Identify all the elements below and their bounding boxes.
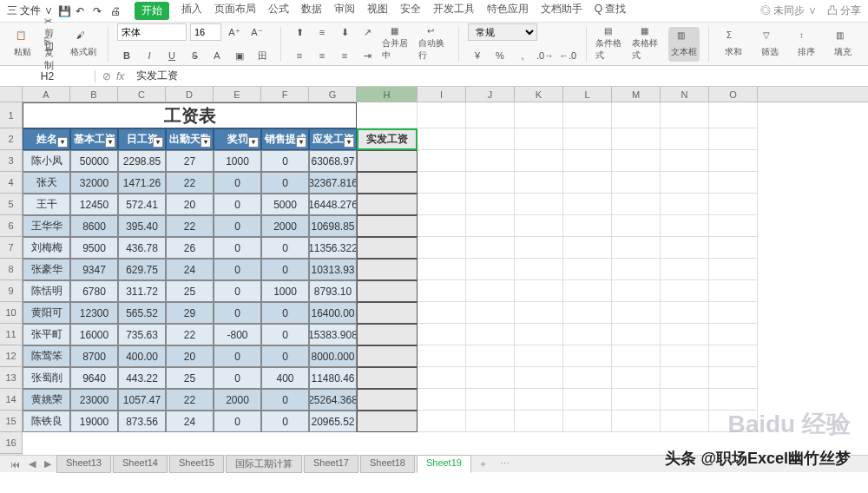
cell-blank[interactable] — [612, 237, 661, 259]
cell-blank[interactable] — [418, 237, 466, 259]
cell-blank[interactable] — [709, 237, 758, 259]
cell-blank[interactable] — [515, 345, 563, 367]
cell-blank[interactable] — [515, 389, 563, 411]
cell-H[interactable] — [357, 237, 418, 259]
data-cell[interactable]: 32000 — [70, 172, 118, 194]
row-header-14[interactable]: 14 — [0, 389, 22, 411]
cell-blank[interactable] — [466, 302, 515, 324]
data-cell[interactable]: 12300 — [70, 302, 118, 324]
sheet-tab[interactable]: Sheet18 — [360, 455, 415, 473]
indent-icon[interactable]: ⇥ — [358, 47, 377, 64]
merge-button[interactable]: ▦合并居中 — [382, 27, 413, 62]
data-cell[interactable]: 12450 — [70, 194, 118, 215]
cell-blank[interactable] — [418, 215, 466, 237]
cell-style-button[interactable]: ▦表格样式 — [632, 27, 663, 62]
comma-icon[interactable]: , — [513, 47, 532, 64]
cell-blank[interactable] — [661, 259, 709, 280]
data-cell[interactable]: 0 — [214, 367, 261, 389]
cell-blank[interactable] — [563, 259, 612, 280]
col-header-D[interactable]: D — [166, 87, 214, 102]
cell-blank[interactable] — [661, 128, 709, 150]
cell-blank[interactable] — [466, 150, 515, 172]
cell-blank[interactable] — [709, 172, 758, 194]
tab-dev[interactable]: 开发工具 — [433, 2, 475, 20]
row-header-5[interactable]: 5 — [0, 194, 22, 215]
tab-layout[interactable]: 页面布局 — [214, 2, 256, 20]
data-cell[interactable]: 8793.10 — [309, 280, 357, 302]
cell-blank[interactable] — [709, 324, 758, 345]
cell-H[interactable] — [357, 215, 418, 237]
row-header-11[interactable]: 11 — [0, 324, 22, 345]
col-header-M[interactable]: M — [612, 87, 661, 102]
italic-icon[interactable]: I — [140, 47, 159, 64]
cell-blank[interactable] — [612, 324, 661, 345]
cell-blank[interactable] — [515, 280, 563, 302]
cell-blank[interactable] — [563, 324, 612, 345]
sheet-list-icon[interactable]: ⋯ — [495, 458, 515, 470]
filter-button[interactable]: ▽筛选 — [754, 27, 786, 62]
data-cell[interactable]: 15383.908 — [309, 324, 357, 345]
fill-color-icon[interactable]: ▣ — [230, 47, 249, 64]
cell-blank[interactable] — [466, 102, 515, 128]
data-cell[interactable]: 陈铁良 — [23, 411, 70, 432]
data-cell[interactable]: 张豪华 — [23, 259, 70, 280]
percent-icon[interactable]: % — [490, 47, 510, 64]
cell-blank[interactable] — [661, 280, 709, 302]
col-header-C[interactable]: C — [118, 87, 166, 102]
col-header-H[interactable]: H — [357, 87, 418, 102]
cell-blank[interactable] — [418, 172, 466, 194]
data-cell[interactable]: 26 — [166, 237, 214, 259]
data-cell[interactable]: 10698.85 — [309, 215, 357, 237]
cells-area[interactable]: 工资表姓名▾基本工资▾日工资▾出勤天数▾奖罚▾销售提成▾应发工资▾实发工资陈小凤… — [23, 102, 868, 469]
data-cell[interactable]: 11480.46 — [309, 367, 357, 389]
data-cell[interactable]: 0 — [214, 280, 261, 302]
row-header-3[interactable]: 3 — [0, 150, 22, 172]
cell-blank[interactable] — [661, 302, 709, 324]
cell-blank[interactable] — [515, 411, 563, 432]
cell-blank[interactable] — [466, 367, 515, 389]
table-header[interactable]: 姓名▾ — [23, 128, 70, 150]
data-cell[interactable]: 刘梅梅 — [23, 237, 70, 259]
cell-blank[interactable] — [612, 102, 661, 128]
col-header-I[interactable]: I — [418, 87, 466, 102]
cell-blank[interactable] — [515, 215, 563, 237]
align-mid-icon[interactable]: ≡ — [312, 23, 332, 41]
data-cell[interactable]: 0 — [214, 237, 261, 259]
table-header[interactable]: 应发工资▾ — [309, 128, 357, 150]
cell-blank[interactable] — [709, 280, 758, 302]
data-cell[interactable]: 63068.97 — [309, 150, 357, 172]
filter-dropdown-icon[interactable]: ▾ — [153, 137, 163, 148]
col-header-G[interactable]: G — [309, 87, 357, 102]
cell-blank[interactable] — [661, 345, 709, 367]
data-cell[interactable]: 443.22 — [118, 367, 166, 389]
data-cell[interactable]: 2000 — [214, 389, 261, 411]
tab-security[interactable]: 安全 — [400, 2, 421, 20]
data-cell[interactable]: 23000 — [70, 389, 118, 411]
cell-blank[interactable] — [709, 150, 758, 172]
align-left-icon[interactable]: ≡ — [290, 47, 309, 64]
filter-dropdown-icon[interactable]: ▾ — [344, 137, 354, 148]
cell-blank[interactable] — [612, 367, 661, 389]
cell-blank[interactable] — [466, 194, 515, 215]
cell-blank[interactable] — [418, 367, 466, 389]
cell-H2-selected[interactable]: 实发工资 — [357, 128, 418, 150]
copy-button[interactable]: ⎘ 复制 — [43, 45, 62, 62]
data-cell[interactable]: 572.41 — [118, 194, 166, 215]
cell-blank[interactable] — [612, 215, 661, 237]
cell-blank[interactable] — [418, 102, 466, 128]
print-icon[interactable]: 🖨 — [110, 5, 122, 17]
cell-blank[interactable] — [466, 215, 515, 237]
name-box[interactable]: H2 — [0, 70, 95, 82]
cell-H[interactable] — [357, 259, 418, 280]
cell-blank[interactable] — [563, 172, 612, 194]
cell-blank[interactable] — [515, 259, 563, 280]
data-cell[interactable]: 400 — [261, 367, 309, 389]
tab-feature[interactable]: 特色应用 — [487, 2, 529, 20]
data-cell[interactable]: 20 — [166, 194, 214, 215]
undo-icon[interactable]: ↶ — [76, 5, 88, 17]
cell-blank[interactable] — [418, 302, 466, 324]
data-cell[interactable]: 0 — [214, 172, 261, 194]
cell-blank[interactable] — [612, 345, 661, 367]
currency-icon[interactable]: ¥ — [468, 47, 487, 64]
cell-blank[interactable] — [661, 172, 709, 194]
